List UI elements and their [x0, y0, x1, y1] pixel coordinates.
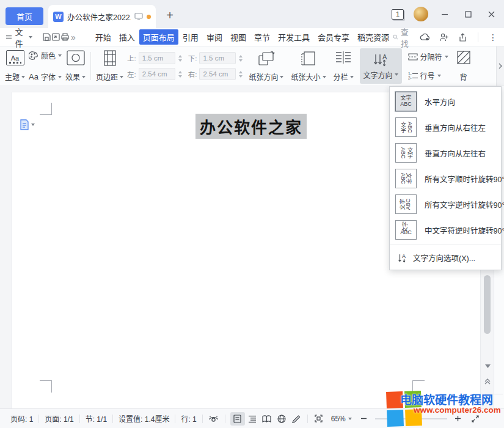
find-button[interactable]: 查找 — [393, 26, 411, 49]
status-line[interactable]: 行: 1 — [175, 413, 202, 424]
colors-button[interactable]: 颜色 — [29, 50, 62, 61]
zoom-slider[interactable] — [375, 418, 447, 419]
workspace-badge-icon[interactable]: 1 — [392, 9, 404, 20]
menu-option-text-direction-options[interactable]: A 文字方向选项(X)... — [390, 247, 501, 268]
paper-orientation-button[interactable]: 纸张方向 — [249, 50, 283, 82]
web-layout-icon[interactable] — [274, 412, 289, 426]
margins-button[interactable]: 页边距 — [96, 50, 123, 82]
menu-option-rotate-all-cw[interactable]: 文字ABC 所有文字顺时针旋转90° — [390, 166, 501, 191]
file-menu[interactable]: 文件 — [6, 26, 32, 49]
select-browse-object-icon[interactable] — [481, 390, 494, 402]
eye-protect-icon[interactable] — [206, 412, 221, 426]
effects-icon — [67, 50, 85, 65]
scroll-down-icon[interactable] — [481, 360, 494, 372]
maximize-button[interactable] — [461, 7, 475, 21]
page-view-icon[interactable] — [230, 412, 245, 426]
status-page-number[interactable]: 页码: 1 — [5, 413, 38, 424]
menu-item-section[interactable]: 章节 — [250, 29, 274, 45]
svg-text:A: A — [402, 253, 406, 259]
new-tab-button[interactable]: + — [162, 7, 178, 23]
menu-item-docer[interactable]: 稻壳资源 — [354, 29, 393, 45]
home-tab-button[interactable]: 首页 — [5, 7, 43, 25]
status-section[interactable]: 节: 1/1 — [80, 413, 112, 424]
margin-bottom-input[interactable]: 1.5 cm — [199, 52, 236, 64]
line-numbers-button[interactable]: 1- 2- 行号 — [408, 70, 448, 81]
cloud-sync-icon[interactable] — [420, 33, 430, 41]
add-user-icon[interactable] — [439, 33, 449, 42]
margin-crop-mark — [412, 380, 425, 393]
fit-page-icon[interactable] — [312, 412, 326, 426]
minimize-button[interactable] — [438, 7, 451, 21]
share-icon[interactable] — [458, 33, 467, 42]
menu-item-member[interactable]: 会员专享 — [314, 29, 353, 45]
read-mode-icon[interactable] — [260, 412, 274, 426]
menu-item-review[interactable]: 审阅 — [203, 29, 226, 45]
save-icon[interactable] — [42, 31, 51, 43]
titlebar: 首页 W 办公软件之家2022.docx + 1 — [0, 0, 504, 28]
line-numbers-label: 行号 — [420, 70, 435, 81]
ribbon-overflow-button[interactable] — [496, 46, 504, 86]
print-icon[interactable] — [60, 31, 70, 43]
margin-top-stepper[interactable] — [178, 55, 182, 62]
theme-button[interactable]: Aa 主题 — [5, 50, 25, 82]
zoom-in-icon[interactable] — [451, 412, 466, 426]
rotate-all-clockwise-icon: 文字ABC — [395, 169, 417, 188]
margin-left-stepper[interactable] — [178, 71, 182, 78]
search-icon — [393, 33, 398, 41]
outline-view-icon[interactable] — [245, 412, 260, 426]
paper-size-button[interactable]: 纸张大小 — [291, 50, 326, 82]
menu-option-rotate-all-ccw[interactable]: 文字ABC 所有文字逆时针旋转90° — [390, 191, 501, 217]
chevron-down-icon — [58, 76, 62, 78]
margin-right-stepper[interactable] — [239, 71, 243, 78]
columns-label: 分栏 — [334, 72, 348, 82]
menu-option-label: 中文字符逆时针旋转90° — [425, 224, 504, 236]
ink-pen-icon[interactable] — [289, 412, 304, 426]
menu-item-view[interactable]: 视图 — [227, 29, 250, 45]
zoom-out-icon[interactable] — [357, 412, 371, 426]
user-avatar[interactable] — [414, 7, 428, 21]
status-setting-value[interactable]: 设置值: 1.4厘米 — [113, 413, 175, 424]
rotate-all-counterclockwise-icon: 文字ABC — [395, 194, 417, 214]
output-icon[interactable] — [51, 31, 60, 43]
menu-item-dev-tools[interactable]: 开发工具 — [274, 29, 313, 45]
background-button-partial[interactable]: 背 — [455, 50, 473, 82]
paragraph-doc-icon — [20, 119, 29, 130]
margin-bottom-stepper[interactable] — [239, 55, 243, 62]
text-direction-button[interactable]: A 文字方向 — [360, 48, 402, 84]
margin-right-input[interactable]: 2.54 cm — [199, 68, 236, 80]
background-label: 背 — [460, 72, 467, 82]
eye-protect-monitor-icon[interactable] — [134, 13, 143, 20]
fonts-button[interactable]: Aa 字体 — [29, 72, 62, 82]
margin-left-input[interactable]: 2.54 cm — [139, 68, 175, 80]
quickbar-more-icon[interactable]: » — [71, 32, 76, 42]
fullscreen-icon[interactable] — [468, 412, 483, 426]
menubar: 文件 » 开始 插入 页面布局 引用 审阅 视图 章节 开发工具 会员专享 — [0, 28, 504, 46]
scrollbar-thumb[interactable] — [484, 275, 491, 334]
status-page-count[interactable]: 页面: 1/1 — [39, 413, 79, 424]
menu-item-page-layout[interactable]: 页面布局 — [139, 29, 178, 45]
effects-button[interactable]: 效果 — [65, 50, 86, 82]
menu-option-vertical-rtl[interactable]: 文字ABC 垂直方向从右往左 — [390, 114, 501, 140]
more-options-icon[interactable]: ⋮ — [489, 32, 497, 42]
margin-top-input[interactable]: 1.5 cm — [139, 52, 175, 64]
menu-item-start[interactable]: 开始 — [92, 29, 115, 45]
document-tab[interactable]: W 办公软件之家2022.docx — [48, 5, 156, 28]
paragraph-tool-button[interactable] — [20, 119, 35, 130]
close-button[interactable] — [484, 7, 498, 21]
previous-page-icon[interactable] — [481, 375, 494, 387]
menu-separator — [390, 245, 501, 245]
menu-option-horizontal[interactable]: 文字ABC 水平方向 — [390, 89, 501, 114]
columns-button[interactable]: 分栏 — [334, 50, 354, 82]
menu-option-label: 所有文字逆时针旋转90° — [425, 199, 504, 210]
wps-writer-window: 首页 W 办公软件之家2022.docx + 1 — [0, 0, 504, 428]
zoom-level-button[interactable]: 65% — [331, 415, 352, 423]
menu-item-insert[interactable]: 插入 — [115, 29, 139, 45]
breaks-button[interactable]: 分隔符 — [408, 51, 448, 62]
menu-option-rotate-chinese-ccw[interactable]: 文字ABC 中文字符逆时针旋转90° — [390, 217, 501, 243]
zoom-slider-thumb[interactable] — [411, 416, 416, 422]
menu-item-references[interactable]: 引用 — [179, 29, 202, 45]
chevron-down-icon — [82, 76, 86, 78]
divider — [90, 52, 91, 80]
selected-document-text[interactable]: 办公软件之家 — [195, 114, 307, 139]
menu-option-vertical-ltr[interactable]: ABC文字 垂直方向从左往右 — [390, 140, 501, 166]
